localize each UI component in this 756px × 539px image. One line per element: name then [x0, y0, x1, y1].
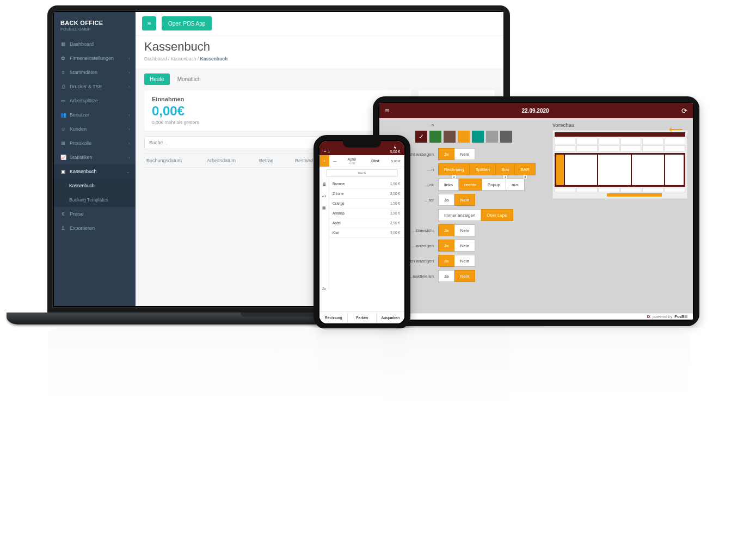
- sidebar-item-benutzer[interactable]: 👥Benutzer‹: [54, 108, 136, 122]
- seg-option[interactable]: Splitten: [470, 163, 496, 175]
- sidebar-item-arbeitspl-tze[interactable]: ▭Arbeitsplätze: [54, 94, 136, 108]
- btn-ausparken[interactable]: Ausparken: [376, 312, 404, 323]
- sidebar-item-drucker-tse[interactable]: ⎙Drucker & TSE‹: [54, 79, 136, 94]
- btn-rechnung[interactable]: Rechnung: [319, 312, 347, 323]
- seg-option[interactable]: Ja: [438, 148, 454, 160]
- seg-option[interactable]: Nein: [454, 270, 475, 282]
- sidebar-item-exportieren[interactable]: ↥Exportieren: [54, 221, 136, 235]
- seg-option[interactable]: Über Lupe: [481, 209, 513, 221]
- tab-heute[interactable]: Heute: [144, 74, 170, 85]
- seg-option[interactable]: Nein: [454, 194, 475, 206]
- seg-option[interactable]: Rechnung2: [438, 163, 470, 175]
- seg-option[interactable]: Ja: [438, 270, 454, 282]
- cat-mid[interactable]: Apfel2 kg: [340, 155, 364, 167]
- tag-view-icon[interactable]: 🏷: [322, 194, 326, 198]
- menu-icon[interactable]: ≡: [385, 106, 389, 115]
- sync-icon[interactable]: ⟳: [681, 107, 687, 115]
- pos-settings-app: ≡ 22.09.2020 ⟳ ⟵ …a ✓ …sicht anzeige: [379, 103, 693, 320]
- search-input[interactable]: [144, 136, 340, 149]
- color-swatch-teal[interactable]: [472, 131, 484, 143]
- sidebar-item-kunden[interactable]: ☺Kunden‹: [54, 122, 136, 136]
- tab-monatlich[interactable]: Monatlich: [172, 74, 206, 85]
- seg-option[interactable]: Ja: [438, 194, 454, 206]
- topbar: ≡ Open POS App: [136, 12, 503, 35]
- sidebar-item-booking-templates[interactable]: Booking Templates: [54, 193, 136, 207]
- nav-icon: 📈: [60, 155, 66, 160]
- einnahmen-sub: 0,00€ mehr als gestern: [152, 120, 403, 125]
- btn-parken[interactable]: Parken: [347, 312, 376, 323]
- col-betrag[interactable]: Betrag: [259, 158, 286, 163]
- seg-option[interactable]: Ja: [438, 255, 454, 267]
- seg-option[interactable]: Nein: [454, 224, 475, 236]
- list-item[interactable]: Zitrone2,50 €: [329, 189, 404, 199]
- seg-option[interactable]: Nein: [454, 255, 475, 267]
- col-buchungsdatum[interactable]: Buchungsdatum: [146, 158, 198, 163]
- preview-title: Vorschau: [552, 122, 687, 128]
- nav-icon: ≡: [60, 70, 66, 75]
- list-item[interactable]: Apfel2,90 €: [329, 218, 404, 228]
- seg-option[interactable]: links: [438, 179, 459, 191]
- col-arbeitsdatum[interactable]: Arbeitsdatum: [207, 158, 250, 163]
- brand-ix: IX: [647, 315, 650, 318]
- seg-option[interactable]: Immer anzeigen: [438, 209, 481, 221]
- phone-frame: ≡ 1 5,00 € ‹ — Apfel2 kg Obst 5,00 € fri…: [314, 135, 410, 329]
- brand-posbill: PosBill: [674, 315, 687, 318]
- seg-option[interactable]: Popup: [482, 179, 506, 191]
- nav-label: Preise: [70, 211, 84, 217]
- chevron-icon: ‹: [128, 56, 130, 61]
- chevron-icon: ‹: [128, 84, 130, 89]
- tablet-topbar: ≡ 22.09.2020 ⟳: [379, 103, 693, 118]
- settings-row: …a: [385, 122, 537, 127]
- crumb-0[interactable]: Dashboard: [144, 56, 167, 62]
- phone-menu[interactable]: ≡ 1: [324, 149, 330, 154]
- sidebar: BACK OFFICE POSBILL GMBH ▦Dashboard✿Firm…: [54, 12, 136, 306]
- list-view-icon[interactable]: ≣: [323, 182, 326, 187]
- sidebar-item-kassenbuch[interactable]: ▣Kassenbuch⌄: [54, 164, 136, 179]
- seg-option[interactable]: Bon1: [496, 163, 515, 175]
- color-swatch-selected[interactable]: ✓: [415, 131, 427, 143]
- nav-icon: 👥: [60, 112, 66, 118]
- grid-view-icon[interactable]: ▦: [322, 206, 326, 210]
- sidebar-item-kassenbuch[interactable]: Kassenbuch: [54, 179, 136, 193]
- back-arrow-icon[interactable]: ⟵: [669, 124, 683, 136]
- sidebar-item-statistiken[interactable]: 📈Statistiken‹: [54, 150, 136, 164]
- cat-back[interactable]: ‹: [319, 155, 329, 167]
- color-swatch-brown[interactable]: [444, 131, 456, 143]
- color-swatch-orange[interactable]: [458, 131, 470, 143]
- seg-option[interactable]: aus: [506, 179, 525, 191]
- menu-toggle-button[interactable]: ≡: [142, 16, 156, 30]
- rail-last[interactable]: Zu: [322, 287, 326, 290]
- tablet-mockup: ≡ 22.09.2020 ⟳ ⟵ …a ✓ …sicht anzeige: [373, 96, 699, 326]
- nav-label: Kunden: [70, 126, 87, 132]
- seg-option[interactable]: Ja: [438, 224, 454, 236]
- subcategory[interactable]: frisch: [326, 169, 398, 177]
- color-swatch-dark[interactable]: [500, 131, 512, 143]
- sidebar-item-firmeneinstellungen[interactable]: ✿Firmeneinstellungen‹: [54, 51, 136, 65]
- list-item[interactable]: Orange1,50 €: [329, 199, 404, 209]
- list-item[interactable]: Ananas3,90 €: [329, 209, 404, 218]
- color-swatch-grey[interactable]: [486, 131, 498, 143]
- crumb-1[interactable]: Kassenbuch: [171, 56, 196, 62]
- segmented-control: JaNein: [438, 224, 475, 236]
- color-swatch-green[interactable]: [429, 131, 441, 143]
- settings-label: …a: [385, 122, 435, 127]
- list-item[interactable]: Banane1,90 €: [329, 179, 404, 189]
- seg-option[interactable]: Nein: [454, 148, 475, 160]
- open-pos-button[interactable]: Open POS App: [162, 16, 212, 30]
- sidebar-item-protokolle[interactable]: 🗎Protokolle‹: [54, 136, 136, 150]
- sidebar-item-stammdaten[interactable]: ≡Stammdaten‹: [54, 65, 136, 79]
- nav-label: Statistiken: [70, 155, 93, 160]
- cat-current-item[interactable]: —: [329, 155, 340, 167]
- seg-option[interactable]: Ja: [438, 240, 454, 252]
- list-item[interactable]: Kiwi3,00 €: [329, 228, 404, 238]
- item-price: 2,50 €: [390, 192, 400, 195]
- seg-option[interactable]: Nein: [454, 240, 475, 252]
- table-number: 1: [328, 149, 330, 154]
- cat-selected[interactable]: Obst: [364, 155, 387, 167]
- sidebar-item-dashboard[interactable]: ▦Dashboard: [54, 37, 136, 51]
- nav-label: Booking Templates: [69, 197, 108, 203]
- order-total: 5,00 €: [390, 145, 400, 154]
- seg-option[interactable]: rechts: [459, 179, 482, 191]
- sidebar-item-preise[interactable]: €Preise: [54, 207, 136, 221]
- seg-option[interactable]: BAR3: [515, 163, 535, 175]
